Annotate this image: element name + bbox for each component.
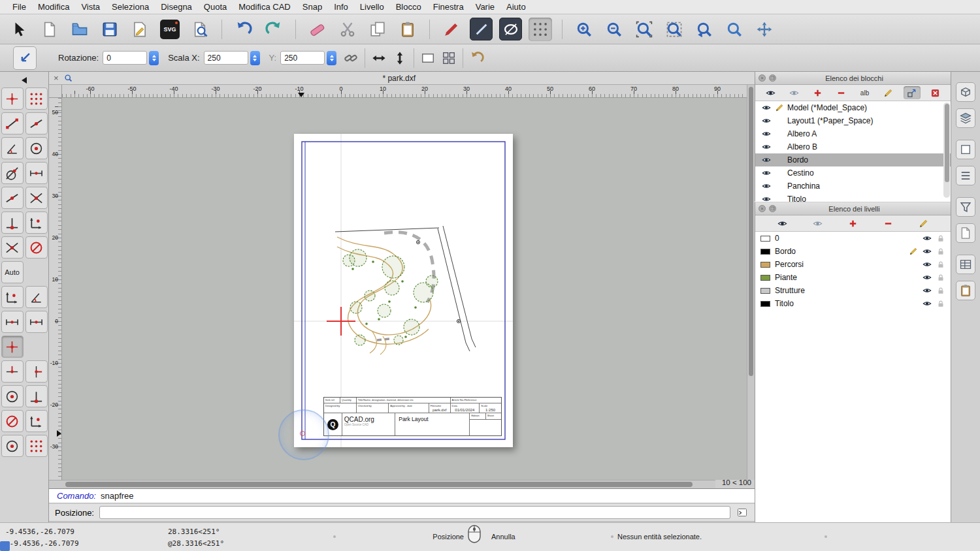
vertical-scrollbar-thumb[interactable]: [749, 87, 753, 376]
snap-angle-button[interactable]: [1, 137, 24, 159]
block-list-panel-button[interactable]: [956, 140, 975, 159]
layer-visibility-icon[interactable]: [923, 247, 932, 256]
menu-info[interactable]: Info: [328, 2, 354, 12]
layer-color-swatch[interactable]: [760, 275, 770, 281]
document-tab-title[interactable]: * park.dxf: [58, 74, 740, 83]
snap-off2-button[interactable]: [1, 410, 24, 432]
snap-distance-button[interactable]: [25, 162, 48, 184]
snap-angle-reference-button[interactable]: [25, 286, 48, 308]
block-visibility-icon[interactable]: [762, 142, 771, 151]
menu-file[interactable]: File: [7, 2, 32, 12]
scale-y-stepper[interactable]: 250: [280, 51, 336, 65]
snap-grid2-button[interactable]: [25, 435, 48, 457]
rotation-stepper[interactable]: 0: [103, 51, 159, 65]
cut-button[interactable]: [336, 18, 359, 41]
snap-center-button[interactable]: [25, 137, 48, 159]
snap-endpoint-button[interactable]: [1, 112, 24, 134]
layer-color-swatch[interactable]: [760, 288, 770, 294]
horizontal-scrollbar[interactable]: [62, 480, 715, 488]
drawing-canvas[interactable]: Item ref. Quantity Title/Name, designati…: [62, 98, 747, 480]
close-panel-button[interactable]: ×: [759, 205, 766, 212]
layer-list-item[interactable]: Bordo: [755, 245, 951, 258]
menu-finestra[interactable]: Finestra: [427, 2, 470, 12]
edit-block-button[interactable]: [880, 86, 897, 99]
remove-block-button[interactable]: [832, 86, 849, 99]
layer-list-panel-button[interactable]: [956, 108, 975, 128]
block-list-item[interactable]: Cestino: [755, 166, 951, 180]
scale-x-stepper[interactable]: 250: [204, 51, 260, 65]
rename-block-button[interactable]: alb: [857, 86, 874, 99]
pan-button[interactable]: [753, 18, 776, 41]
restrict-vertical-button[interactable]: [25, 360, 48, 383]
snap-perpendicular-button[interactable]: [1, 212, 24, 234]
open-file-button[interactable]: [68, 18, 91, 41]
layer-list-item[interactable]: 0: [755, 232, 951, 245]
reset-transform-button[interactable]: [466, 48, 487, 69]
layer-list-item[interactable]: Strutture: [755, 284, 951, 297]
command-history-panel-button[interactable]: [956, 255, 975, 274]
menu-quota[interactable]: Quota: [198, 2, 233, 12]
save-file-button[interactable]: [98, 18, 122, 41]
menu-modifica[interactable]: Modifica: [32, 2, 75, 12]
layer-color-swatch[interactable]: [760, 236, 770, 242]
selection-tool-button[interactable]: [8, 18, 31, 41]
snap-off-button[interactable]: [25, 236, 48, 259]
menu-seleziona[interactable]: Seleziona: [106, 2, 155, 12]
block-visibility-icon[interactable]: [762, 116, 771, 125]
snap-reference-button[interactable]: [1, 435, 24, 457]
block-list-item-selected[interactable]: Bordo: [755, 153, 951, 166]
copy-button[interactable]: [366, 18, 389, 41]
block-visibility-icon[interactable]: [762, 103, 771, 112]
view-list-panel-button[interactable]: [956, 166, 975, 185]
block-list-item[interactable]: Panchina: [755, 180, 951, 193]
flip-vertical-button[interactable]: [389, 48, 410, 69]
snap-distance2-button[interactable]: [25, 311, 48, 333]
snap-auto-button[interactable]: Auto: [1, 261, 24, 283]
layer-visibility-icon[interactable]: [923, 286, 932, 295]
snap-coordinate2-button[interactable]: [25, 410, 48, 432]
command-line[interactable]: Comando: snapfree: [49, 488, 755, 503]
ellipse-style-button[interactable]: [499, 18, 522, 40]
vertical-scrollbar[interactable]: [747, 85, 755, 480]
new-file-button[interactable]: [38, 18, 61, 41]
paste-button[interactable]: [396, 18, 419, 41]
restrict-off-button[interactable]: [1, 336, 24, 358]
layer-list-item[interactable]: Piante: [755, 271, 951, 284]
menu-modifica-cad[interactable]: Modifica CAD: [233, 2, 296, 12]
scale-x-value[interactable]: 250: [204, 51, 248, 65]
layer-lock-icon[interactable]: [936, 299, 945, 308]
layer-visibility-icon[interactable]: [923, 234, 932, 243]
layer-color-swatch[interactable]: [760, 301, 770, 307]
menu-snap[interactable]: Snap: [297, 2, 328, 12]
print-preview-button[interactable]: [188, 18, 212, 41]
block-visibility-icon[interactable]: [762, 155, 771, 165]
close-panel-button[interactable]: ×: [759, 74, 766, 82]
block-visibility-icon[interactable]: [762, 168, 771, 178]
layer-color-swatch[interactable]: [760, 262, 770, 268]
back-to-menu-button[interactable]: [13, 46, 37, 70]
layer-visibility-icon[interactable]: [923, 260, 932, 269]
rotation-value[interactable]: 0: [103, 51, 147, 65]
show-all-blocks-button[interactable]: [762, 86, 779, 99]
snap-intersection-button[interactable]: [25, 187, 48, 209]
remove-layer-button[interactable]: [880, 217, 897, 230]
menu-varie[interactable]: Varie: [470, 2, 500, 12]
edit-layer-button[interactable]: [915, 217, 932, 230]
menu-livello[interactable]: Livello: [354, 2, 390, 12]
library-browser-panel-button[interactable]: [956, 223, 975, 243]
zoom-selection-button[interactable]: [662, 18, 686, 41]
stepper-buttons[interactable]: [149, 51, 159, 65]
block-list-scrollbar[interactable]: [943, 102, 950, 198]
zoom-window-button[interactable]: [723, 18, 746, 41]
snap-free-button[interactable]: [1, 87, 24, 110]
frame-option-button[interactable]: [417, 48, 438, 69]
insert-block-button[interactable]: [904, 86, 921, 99]
layer-lock-icon[interactable]: [936, 286, 945, 295]
snap-coordinate-button[interactable]: [25, 212, 48, 234]
flip-horizontal-button[interactable]: [368, 48, 389, 69]
pen-properties-button[interactable]: [440, 18, 463, 41]
layer-list-item[interactable]: Titolo: [755, 297, 951, 310]
position-input[interactable]: [99, 506, 730, 519]
layer-lock-icon[interactable]: [936, 273, 945, 282]
grid-toggle-button[interactable]: [529, 18, 552, 41]
